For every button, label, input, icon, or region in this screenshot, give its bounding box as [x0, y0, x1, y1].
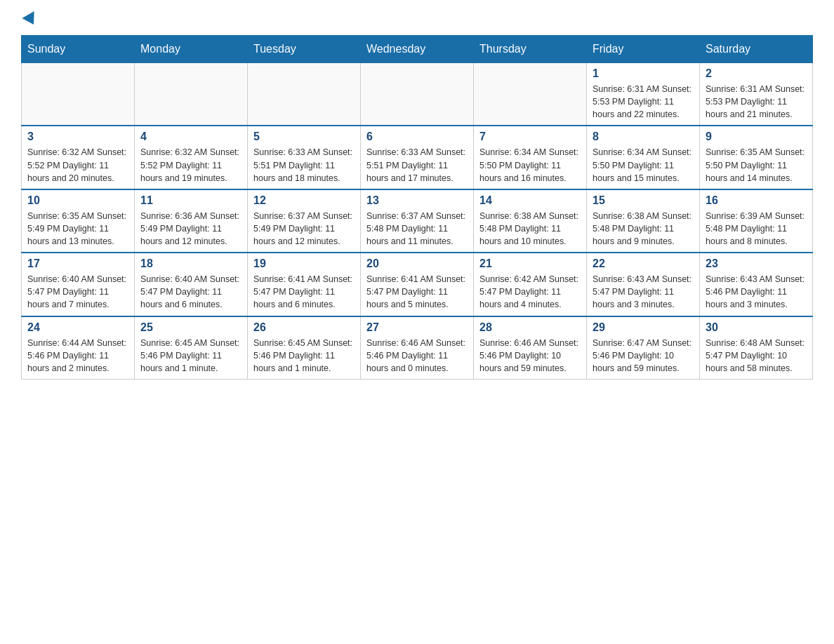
calendar-cell: 9Sunrise: 6:35 AM Sunset: 5:50 PM Daylig…	[700, 126, 813, 189]
day-number: 7	[479, 130, 581, 143]
day-info: Sunrise: 6:46 AM Sunset: 5:46 PM Dayligh…	[479, 337, 581, 375]
calendar-cell: 30Sunrise: 6:48 AM Sunset: 5:47 PM Dayli…	[700, 316, 813, 380]
calendar-cell	[361, 63, 474, 126]
day-number: 21	[479, 257, 581, 270]
page-header	[21, 14, 813, 28]
day-info: Sunrise: 6:43 AM Sunset: 5:47 PM Dayligh…	[593, 273, 694, 311]
calendar-cell: 10Sunrise: 6:35 AM Sunset: 5:49 PM Dayli…	[22, 189, 135, 253]
calendar-week-2: 3Sunrise: 6:32 AM Sunset: 5:52 PM Daylig…	[22, 126, 813, 189]
calendar-cell: 15Sunrise: 6:38 AM Sunset: 5:48 PM Dayli…	[587, 189, 700, 253]
day-info: Sunrise: 6:37 AM Sunset: 5:48 PM Dayligh…	[366, 210, 468, 248]
day-number: 15	[593, 194, 694, 207]
day-info: Sunrise: 6:31 AM Sunset: 5:53 PM Dayligh…	[706, 83, 807, 121]
day-info: Sunrise: 6:32 AM Sunset: 5:52 PM Dayligh…	[27, 146, 128, 184]
calendar-cell: 5Sunrise: 6:33 AM Sunset: 5:51 PM Daylig…	[248, 126, 361, 189]
calendar-cell: 29Sunrise: 6:47 AM Sunset: 5:46 PM Dayli…	[587, 316, 700, 380]
day-number: 2	[706, 67, 807, 80]
day-info: Sunrise: 6:47 AM Sunset: 5:46 PM Dayligh…	[593, 337, 694, 375]
day-info: Sunrise: 6:42 AM Sunset: 5:47 PM Dayligh…	[479, 273, 581, 311]
day-number: 17	[27, 257, 128, 270]
day-number: 28	[479, 321, 581, 334]
calendar-cell: 6Sunrise: 6:33 AM Sunset: 5:51 PM Daylig…	[361, 126, 474, 189]
weekday-header-thursday: Thursday	[474, 36, 587, 63]
day-number: 24	[27, 321, 128, 334]
day-number: 26	[253, 321, 355, 334]
calendar-cell: 23Sunrise: 6:43 AM Sunset: 5:46 PM Dayli…	[700, 253, 813, 316]
day-info: Sunrise: 6:45 AM Sunset: 5:46 PM Dayligh…	[140, 337, 241, 375]
day-info: Sunrise: 6:41 AM Sunset: 5:47 PM Dayligh…	[366, 273, 468, 311]
calendar-cell	[474, 63, 587, 126]
day-number: 6	[366, 130, 468, 143]
calendar-cell: 28Sunrise: 6:46 AM Sunset: 5:46 PM Dayli…	[474, 316, 587, 380]
day-number: 12	[253, 194, 355, 207]
calendar-week-4: 17Sunrise: 6:40 AM Sunset: 5:47 PM Dayli…	[22, 253, 813, 316]
calendar-cell: 7Sunrise: 6:34 AM Sunset: 5:50 PM Daylig…	[474, 126, 587, 189]
day-info: Sunrise: 6:48 AM Sunset: 5:47 PM Dayligh…	[706, 337, 807, 375]
day-info: Sunrise: 6:35 AM Sunset: 5:49 PM Dayligh…	[27, 210, 128, 248]
day-number: 8	[593, 130, 694, 143]
day-info: Sunrise: 6:41 AM Sunset: 5:47 PM Dayligh…	[253, 273, 355, 311]
day-info: Sunrise: 6:40 AM Sunset: 5:47 PM Dayligh…	[140, 273, 241, 311]
calendar-cell: 13Sunrise: 6:37 AM Sunset: 5:48 PM Dayli…	[361, 189, 474, 253]
day-number: 3	[27, 130, 128, 143]
day-number: 4	[140, 130, 241, 143]
day-number: 23	[706, 257, 807, 270]
day-number: 19	[253, 257, 355, 270]
day-info: Sunrise: 6:40 AM Sunset: 5:47 PM Dayligh…	[27, 273, 128, 311]
day-number: 30	[706, 321, 807, 334]
day-info: Sunrise: 6:33 AM Sunset: 5:51 PM Dayligh…	[253, 146, 355, 184]
calendar-cell: 20Sunrise: 6:41 AM Sunset: 5:47 PM Dayli…	[361, 253, 474, 316]
day-info: Sunrise: 6:36 AM Sunset: 5:49 PM Dayligh…	[140, 210, 241, 248]
day-info: Sunrise: 6:37 AM Sunset: 5:49 PM Dayligh…	[253, 210, 355, 248]
day-number: 18	[140, 257, 241, 270]
day-info: Sunrise: 6:38 AM Sunset: 5:48 PM Dayligh…	[593, 210, 694, 248]
calendar-cell: 24Sunrise: 6:44 AM Sunset: 5:46 PM Dayli…	[22, 316, 135, 380]
calendar-cell: 16Sunrise: 6:39 AM Sunset: 5:48 PM Dayli…	[700, 189, 813, 253]
weekday-header-friday: Friday	[587, 36, 700, 63]
day-number: 5	[253, 130, 355, 143]
weekday-header-row: SundayMondayTuesdayWednesdayThursdayFrid…	[22, 36, 813, 63]
calendar-cell: 3Sunrise: 6:32 AM Sunset: 5:52 PM Daylig…	[22, 126, 135, 189]
calendar-cell: 2Sunrise: 6:31 AM Sunset: 5:53 PM Daylig…	[700, 63, 813, 126]
day-info: Sunrise: 6:39 AM Sunset: 5:48 PM Dayligh…	[706, 210, 807, 248]
day-number: 11	[140, 194, 241, 207]
calendar-cell: 18Sunrise: 6:40 AM Sunset: 5:47 PM Dayli…	[135, 253, 248, 316]
day-info: Sunrise: 6:45 AM Sunset: 5:46 PM Dayligh…	[253, 337, 355, 375]
day-number: 10	[27, 194, 128, 207]
day-info: Sunrise: 6:43 AM Sunset: 5:46 PM Dayligh…	[706, 273, 807, 311]
day-info: Sunrise: 6:35 AM Sunset: 5:50 PM Dayligh…	[706, 146, 807, 184]
calendar-week-3: 10Sunrise: 6:35 AM Sunset: 5:49 PM Dayli…	[22, 189, 813, 253]
calendar-cell: 14Sunrise: 6:38 AM Sunset: 5:48 PM Dayli…	[474, 189, 587, 253]
calendar-cell	[135, 63, 248, 126]
day-number: 20	[366, 257, 468, 270]
day-number: 13	[366, 194, 468, 207]
weekday-header-monday: Monday	[135, 36, 248, 63]
day-number: 27	[366, 321, 468, 334]
calendar-cell: 19Sunrise: 6:41 AM Sunset: 5:47 PM Dayli…	[248, 253, 361, 316]
weekday-header-sunday: Sunday	[22, 36, 135, 63]
calendar-cell	[248, 63, 361, 126]
weekday-header-wednesday: Wednesday	[361, 36, 474, 63]
calendar-cell: 12Sunrise: 6:37 AM Sunset: 5:49 PM Dayli…	[248, 189, 361, 253]
day-info: Sunrise: 6:34 AM Sunset: 5:50 PM Dayligh…	[479, 146, 581, 184]
calendar-table: SundayMondayTuesdayWednesdayThursdayFrid…	[21, 35, 813, 380]
logo-triangle-icon	[22, 11, 39, 28]
day-number: 14	[479, 194, 581, 207]
calendar-week-1: 1Sunrise: 6:31 AM Sunset: 5:53 PM Daylig…	[22, 63, 813, 126]
calendar-cell: 22Sunrise: 6:43 AM Sunset: 5:47 PM Dayli…	[587, 253, 700, 316]
logo	[21, 14, 38, 28]
day-number: 25	[140, 321, 241, 334]
calendar-cell	[22, 63, 135, 126]
calendar-cell: 21Sunrise: 6:42 AM Sunset: 5:47 PM Dayli…	[474, 253, 587, 316]
day-info: Sunrise: 6:33 AM Sunset: 5:51 PM Dayligh…	[366, 146, 468, 184]
calendar-cell: 11Sunrise: 6:36 AM Sunset: 5:49 PM Dayli…	[135, 189, 248, 253]
day-number: 22	[593, 257, 694, 270]
calendar-cell: 26Sunrise: 6:45 AM Sunset: 5:46 PM Dayli…	[248, 316, 361, 380]
calendar-week-5: 24Sunrise: 6:44 AM Sunset: 5:46 PM Dayli…	[22, 316, 813, 380]
day-number: 9	[706, 130, 807, 143]
day-info: Sunrise: 6:46 AM Sunset: 5:46 PM Dayligh…	[366, 337, 468, 375]
day-info: Sunrise: 6:38 AM Sunset: 5:48 PM Dayligh…	[479, 210, 581, 248]
calendar-cell: 17Sunrise: 6:40 AM Sunset: 5:47 PM Dayli…	[22, 253, 135, 316]
calendar-cell: 27Sunrise: 6:46 AM Sunset: 5:46 PM Dayli…	[361, 316, 474, 380]
weekday-header-tuesday: Tuesday	[248, 36, 361, 63]
